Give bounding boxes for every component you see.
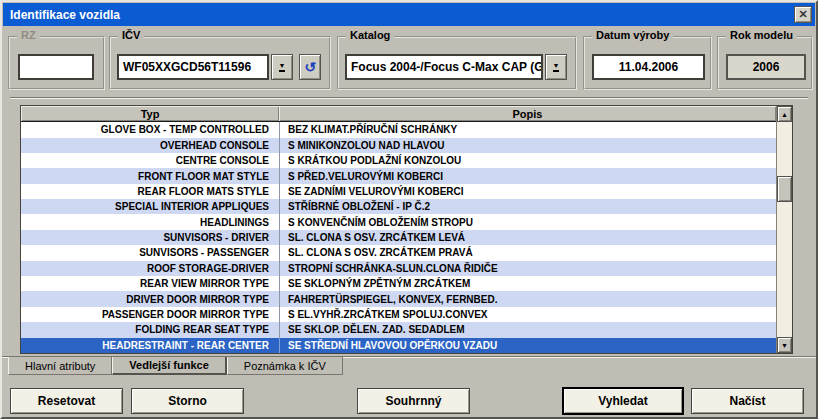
table-row[interactable]: HEADRESTRAINT - REAR CENTER SE STŘEDNÍ H… (21, 338, 776, 353)
cell-typ: SPECIAL INTERIOR APPLIQUES (21, 201, 279, 212)
cell-popis: S MINIKONZOLOU NAD HLAVOU (279, 138, 776, 153)
cell-popis: FAHRERTÜRSPIEGEL, KONVEX, FERNBED. (279, 291, 776, 306)
scrollbar-thumb[interactable] (777, 176, 792, 202)
table-row[interactable]: HEADLININGS S KONVENČNÍM OBLOŽENÍM STROP… (21, 214, 776, 229)
cell-typ: SUNVISORS - DRIVER (21, 232, 279, 243)
cell-typ: FOLDING REAR SEAT TYPE (21, 324, 279, 335)
nacist-button[interactable]: Načíst (691, 388, 804, 414)
vyhledat-button[interactable]: Vyhledat (562, 387, 684, 415)
table-row[interactable]: OVERHEAD CONSOLE S MINIKONZOLOU NAD HLAV… (21, 138, 776, 153)
undo-icon: ↺ (304, 60, 316, 74)
table-row[interactable]: DRIVER DOOR MIRROR TYPE FAHRERTÜRSPIEGEL… (21, 291, 776, 306)
icv-input[interactable]: WF05XXGCD56T11596 (117, 54, 269, 80)
table-row[interactable]: SUNVISORS - PASSENGER SL. CLONA S OSV. Z… (21, 245, 776, 260)
resetovat-button[interactable]: Resetovat (10, 388, 123, 414)
katalog-label: Katalog (346, 29, 394, 41)
cell-popis: BEZ KLIMAT.PŘÍRUČNÍ SCHRÁNKY (279, 122, 776, 137)
scroll-up-button[interactable]: ▲ (777, 106, 792, 122)
cell-typ: PASSENGER DOOR MIRROR TYPE (21, 309, 279, 320)
rz-label: RZ (17, 29, 40, 41)
cell-typ: REAR VIEW MIRROR TYPE (21, 278, 279, 289)
cell-popis: S EL.VYHŘ.ZRCÁTKEM SPOLUJ.CONVEX (279, 307, 776, 322)
cell-popis: S KONVENČNÍM OBLOŽENÍM STROPU (279, 214, 776, 229)
chevron-down-icon: ▼ (279, 62, 286, 72)
cell-popis: STROPNÍ SCHRÁNKA-SLUN.CLONA ŘIDIČE (279, 261, 776, 276)
cell-typ: REAR FLOOR MATS STYLE (21, 186, 279, 197)
table-row[interactable]: PASSENGER DOOR MIRROR TYPE S EL.VYHŘ.ZRC… (21, 307, 776, 322)
cell-popis: SE SKLOPNÝM ZPĚTNÝM ZRCÁTKEM (279, 276, 776, 291)
cell-typ: CENTRE CONSOLE (21, 155, 279, 166)
rok-modelu-value: 2006 (726, 54, 806, 80)
souhrnny-button[interactable]: Souhrnný (357, 388, 470, 414)
tab-strip: Hlavní atributy Vedlejší funkce Poznámka… (2, 356, 816, 376)
cell-popis: SE ZADNÍMI VELUROVÝMI KOBERCI (279, 184, 776, 199)
table-row[interactable]: CENTRE CONSOLE S KRÁTKOU PODLAŽNÍ KONZOL… (21, 153, 776, 168)
cell-popis: SL. CLONA S OSV. ZRCÁTKEM PRAVÁ (279, 245, 776, 260)
cell-typ: ROOF STORAGE-DRIVER (21, 263, 279, 274)
datum-vyroby-input[interactable]: 11.04.2006 (592, 54, 705, 80)
cell-typ: FRONT FLOOR MAT STYLE (21, 171, 279, 182)
cell-typ: GLOVE BOX - TEMP CONTROLLED (21, 124, 279, 135)
table-row[interactable]: GLOVE BOX - TEMP CONTROLLED BEZ KLIMAT.P… (21, 122, 776, 137)
rz-group: RZ (8, 36, 105, 90)
table-row[interactable]: REAR FLOOR MATS STYLE SE ZADNÍMI VELUROV… (21, 184, 776, 199)
rok-modelu-group: Rok modelu 2006 (717, 36, 813, 90)
column-header-popis[interactable]: Popis (279, 106, 776, 121)
icv-label: IČV (118, 29, 144, 41)
tab-vedlejsi-funkce[interactable]: Vedlejší funkce (112, 357, 226, 375)
cell-typ: DRIVER DOOR MIRROR TYPE (21, 294, 279, 305)
icv-dropdown-button[interactable]: ▼ (271, 54, 293, 80)
rz-input[interactable] (18, 54, 94, 80)
cell-popis: S PŘED.VELUROVÝMI KOBERCI (279, 168, 776, 183)
rok-modelu-label: Rok modelu (726, 29, 797, 41)
cell-typ: HEADLININGS (21, 217, 279, 228)
icv-group: IČV WF05XXGCD56T11596 ▼ ↺ (109, 36, 331, 90)
table-header: Typ Popis (21, 106, 776, 122)
table-row[interactable]: FRONT FLOOR MAT STYLE S PŘED.VELUROVÝMI … (21, 168, 776, 183)
table-row[interactable]: REAR VIEW MIRROR TYPE SE SKLOPNÝM ZPĚTNÝ… (21, 276, 776, 291)
storno-button[interactable]: Storno (131, 388, 244, 414)
table-row[interactable]: SPECIAL INTERIOR APPLIQUES STŘÍBRNÉ OBLO… (21, 199, 776, 214)
table-body: GLOVE BOX - TEMP CONTROLLED BEZ KLIMAT.P… (21, 122, 776, 353)
close-button[interactable]: ✕ (794, 6, 812, 23)
scroll-down-button[interactable]: ▼ (777, 337, 792, 353)
katalog-dropdown-button[interactable]: ▼ (545, 54, 567, 80)
table-row[interactable]: ROOF STORAGE-DRIVER STROPNÍ SCHRÁNKA-SLU… (21, 261, 776, 276)
tab-hlavni-atributy[interactable]: Hlavní atributy (8, 357, 112, 375)
vehicle-identification-dialog: Identifikace vozidla ✕ RZ IČV WF05XXGCD5… (0, 0, 818, 419)
close-icon: ✕ (798, 8, 807, 21)
katalog-select[interactable]: Focus 2004-/Focus C-Max CAP (GC (345, 54, 543, 80)
cell-popis: STŘÍBRNÉ OBLOŽENÍ - IP Č.2 (279, 199, 776, 214)
cell-popis: SL. CLONA S OSV. ZRCÁTKEM LEVÁ (279, 230, 776, 245)
tab-poznamka-k-icv[interactable]: Poznámka k IČV (227, 357, 343, 375)
chevron-down-icon: ▼ (553, 62, 560, 72)
arrow-down-icon: ▼ (781, 342, 788, 349)
cell-popis: SE STŘEDNÍ HLAVOVOU OPĚRKOU VZADU (279, 338, 776, 353)
cell-typ: OVERHEAD CONSOLE (21, 140, 279, 151)
datum-vyroby-group: Datum výroby 11.04.2006 (583, 36, 712, 90)
attributes-table: Typ Popis GLOVE BOX - TEMP CONTROLLED BE… (20, 105, 793, 354)
column-header-typ[interactable]: Typ (21, 106, 279, 121)
window-title: Identifikace vozidla (10, 8, 120, 22)
datum-vyroby-label: Datum výroby (592, 29, 673, 41)
table-row[interactable]: FOLDING REAR SEAT TYPE SE SKLOP. DĚLEN. … (21, 322, 776, 337)
vertical-scrollbar[interactable]: ▲ ▼ (776, 106, 792, 353)
cell-popis: SE SKLOP. DĚLEN. ZAD. SEDADLEM (279, 322, 776, 337)
title-bar[interactable]: Identifikace vozidla ✕ (3, 3, 815, 26)
katalog-group: Katalog Focus 2004-/Focus C-Max CAP (GC … (337, 36, 577, 90)
separator-line (10, 97, 808, 99)
icv-undo-button[interactable]: ↺ (299, 54, 321, 80)
cell-typ: SUNVISORS - PASSENGER (21, 247, 279, 258)
cell-typ: HEADRESTRAINT - REAR CENTER (21, 340, 279, 351)
cell-popis: S KRÁTKOU PODLAŽNÍ KONZOLOU (279, 153, 776, 168)
arrow-up-icon: ▲ (781, 111, 788, 118)
table-row[interactable]: SUNVISORS - DRIVER SL. CLONA S OSV. ZRCÁ… (21, 230, 776, 245)
